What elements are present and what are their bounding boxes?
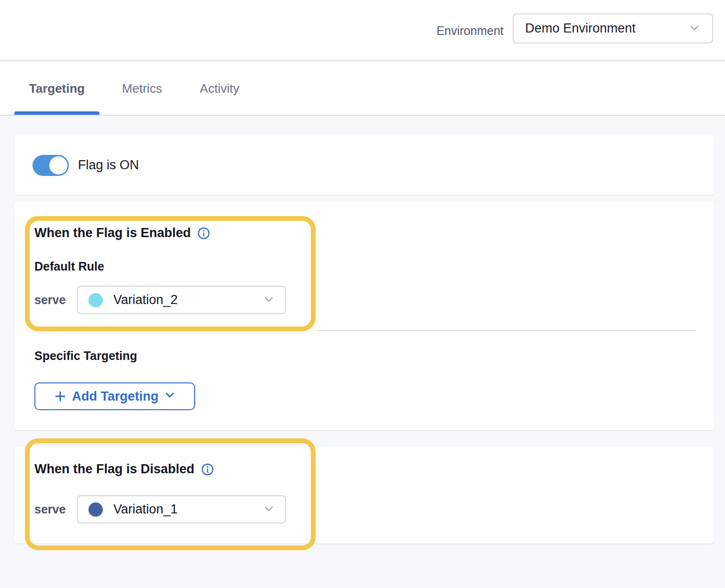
variation-color-dot — [88, 293, 103, 307]
section-divider — [316, 330, 696, 331]
default-rule-heading: Default Rule — [34, 260, 104, 273]
disabled-variation-select[interactable]: Variation_1 — [77, 495, 286, 523]
header-bar: Environment Demo Environment — [0, 0, 725, 61]
info-icon[interactable] — [201, 463, 214, 476]
serve-label: serve — [34, 293, 66, 307]
chevron-down-icon — [688, 22, 701, 36]
flag-status-card: Flag is ON — [14, 135, 714, 195]
chevron-down-icon — [263, 294, 275, 307]
tab-bar: Targeting Metrics Activity — [0, 62, 725, 116]
tab-metrics[interactable]: Metrics — [118, 62, 166, 115]
active-tab-indicator — [14, 111, 99, 115]
flag-status-label: Flag is ON — [78, 135, 139, 195]
info-icon[interactable] — [198, 227, 210, 240]
tab-activity-label: Activity — [200, 81, 239, 96]
environment-select[interactable]: Demo Environment — [513, 13, 713, 44]
tab-targeting[interactable]: Targeting — [26, 62, 88, 115]
disabled-variation-value: Variation_1 — [113, 502, 263, 517]
flag-toggle-knob — [49, 156, 67, 174]
flag-enabled-card: When the Flag is Enabled Default Rule se… — [14, 202, 714, 430]
enabled-variation-value: Variation_2 — [113, 293, 263, 307]
enabled-section-title-text: When the Flag is Enabled — [34, 226, 191, 240]
chevron-down-icon — [164, 389, 176, 404]
tab-activity[interactable]: Activity — [195, 62, 244, 115]
enabled-variation-select[interactable]: Variation_2 — [77, 286, 286, 314]
add-targeting-button[interactable]: Add Targeting — [34, 382, 195, 410]
environment-label: Environment — [437, 0, 504, 61]
add-targeting-button-label: Add Targeting — [72, 389, 159, 404]
serve-label: serve — [34, 502, 66, 516]
variation-color-dot — [88, 502, 103, 517]
tab-targeting-label: Targeting — [29, 81, 85, 96]
specific-targeting-heading: Specific Targeting — [34, 349, 137, 363]
enabled-section-title: When the Flag is Enabled — [34, 226, 210, 240]
plus-icon — [54, 390, 66, 403]
disabled-section-title-text: When the Flag is Disabled — [34, 462, 195, 477]
flag-disabled-card: When the Flag is Disabled serve Variatio… — [14, 447, 714, 544]
chevron-down-icon — [263, 503, 275, 516]
disabled-section-title: When the Flag is Disabled — [34, 462, 214, 477]
page-root: Environment Demo Environment Targeting M… — [0, 0, 725, 588]
environment-select-value: Demo Environment — [525, 21, 688, 36]
tab-metrics-label: Metrics — [122, 81, 162, 96]
flag-toggle[interactable] — [33, 155, 69, 176]
